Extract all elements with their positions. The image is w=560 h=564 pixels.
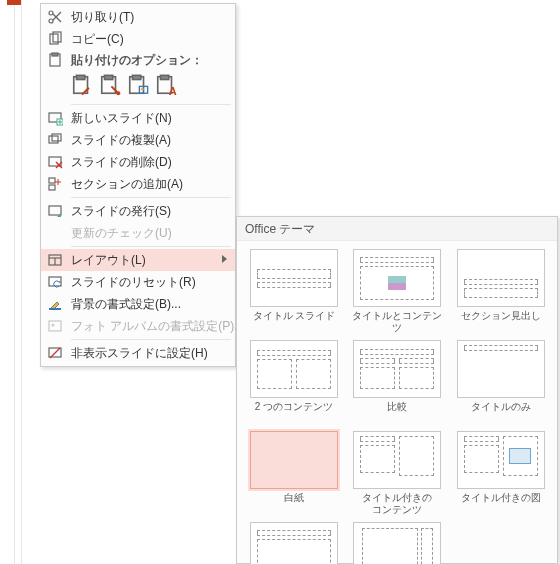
svg-rect-33 bbox=[49, 206, 61, 215]
layout-vertical-title-text[interactable]: 縦書きタイトルと… bbox=[348, 522, 446, 564]
menu-cut-label: 切り取り(T) bbox=[65, 9, 227, 26]
reset-icon bbox=[45, 272, 65, 292]
menu-paste-header: 貼り付けのオプション： bbox=[41, 50, 235, 70]
delete-slide-icon bbox=[45, 152, 65, 172]
svg-point-0 bbox=[49, 19, 53, 23]
paste-text-only[interactable]: A bbox=[155, 74, 177, 96]
svg-rect-11 bbox=[105, 75, 113, 79]
layout-title-slide[interactable]: タイトル スライド bbox=[245, 249, 343, 334]
separator bbox=[71, 246, 231, 247]
hide-slide-icon bbox=[45, 343, 65, 363]
section-icon bbox=[45, 174, 65, 194]
layout-content-caption[interactable]: タイトル付きの コンテンツ bbox=[348, 431, 446, 516]
layout-label: タイトルのみ bbox=[471, 401, 531, 425]
menu-hide-slide[interactable]: 非表示スライドに設定(H) bbox=[41, 342, 235, 364]
menu-hide-label: 非表示スライドに設定(H) bbox=[65, 345, 227, 362]
paste-options-row: A bbox=[41, 70, 235, 102]
paste-picture[interactable] bbox=[127, 74, 149, 96]
svg-rect-7 bbox=[52, 53, 58, 56]
svg-point-16 bbox=[141, 88, 144, 91]
layout-flyout: Office テーマ タイトル スライド タイトルとコンテンツ セクション見出し bbox=[236, 216, 558, 564]
separator bbox=[71, 104, 231, 105]
layout-section-header[interactable]: セクション見出し bbox=[452, 249, 550, 334]
layout-label: タイトル付きの図 bbox=[461, 492, 541, 516]
menu-photo-album: フォト アルバムの書式設定(P)... bbox=[41, 315, 235, 337]
menu-copy[interactable]: コピー(C) bbox=[41, 28, 235, 50]
paste-keep-source[interactable] bbox=[99, 74, 121, 96]
menu-bg-label: 背景の書式設定(B)... bbox=[65, 296, 227, 313]
paste-use-dest-theme[interactable] bbox=[71, 74, 93, 96]
layout-two-content[interactable]: 2 つのコンテンツ bbox=[245, 340, 343, 425]
svg-rect-39 bbox=[49, 321, 61, 331]
svg-rect-24 bbox=[49, 136, 58, 143]
menu-del-label: スライドの削除(D) bbox=[65, 154, 227, 171]
menu-copy-label: コピー(C) bbox=[65, 31, 227, 48]
publish-icon bbox=[45, 201, 65, 221]
photo-album-icon bbox=[45, 316, 65, 336]
separator bbox=[71, 339, 231, 340]
svg-rect-9 bbox=[77, 75, 85, 79]
new-slide-icon bbox=[45, 108, 65, 128]
menu-layout-label: レイアウト(L) bbox=[65, 252, 227, 269]
menu-layout[interactable]: レイアウト(L) bbox=[41, 249, 235, 271]
format-bg-icon bbox=[45, 294, 65, 314]
layout-title-content[interactable]: タイトルとコンテンツ bbox=[348, 249, 446, 334]
slide-panel-rail bbox=[14, 0, 22, 564]
menu-format-background[interactable]: 背景の書式設定(B)... bbox=[41, 293, 235, 315]
layout-label: 白紙 bbox=[284, 492, 304, 516]
layout-label: セクション見出し bbox=[461, 310, 541, 334]
flyout-title: Office テーマ bbox=[237, 217, 557, 241]
scissors-icon bbox=[45, 7, 65, 27]
menu-reset-label: スライドのリセット(R) bbox=[65, 274, 227, 291]
svg-rect-38 bbox=[49, 308, 61, 310]
blank-icon bbox=[45, 223, 65, 243]
menu-photo-label: フォト アルバムの書式設定(P)... bbox=[65, 318, 244, 335]
svg-rect-18 bbox=[161, 75, 169, 79]
layout-icon bbox=[45, 250, 65, 270]
svg-point-1 bbox=[49, 11, 53, 15]
layout-label: 2 つのコンテンツ bbox=[255, 401, 333, 425]
copy-icon bbox=[45, 29, 65, 49]
submenu-arrow-icon bbox=[222, 255, 227, 263]
menu-duplicate-slide[interactable]: スライドの複製(A) bbox=[41, 129, 235, 151]
layout-label: 比較 bbox=[387, 401, 407, 425]
menu-delete-slide[interactable]: スライドの削除(D) bbox=[41, 151, 235, 173]
layout-blank[interactable]: 白紙 bbox=[245, 431, 343, 516]
slide-context-menu: 切り取り(T) コピー(C) 貼り付けのオプション： A 新しいスライド(N) bbox=[40, 3, 236, 367]
menu-publish-label: スライドの発行(S) bbox=[65, 203, 227, 220]
menu-new-slide[interactable]: 新しいスライド(N) bbox=[41, 107, 235, 129]
separator bbox=[71, 197, 231, 198]
layout-title-only[interactable]: タイトルのみ bbox=[452, 340, 550, 425]
svg-text:A: A bbox=[169, 85, 177, 96]
menu-cut[interactable]: 切り取り(T) bbox=[41, 6, 235, 28]
layout-comparison[interactable]: 比較 bbox=[348, 340, 446, 425]
layout-label: タイトル スライド bbox=[253, 310, 336, 334]
clipboard-icon bbox=[45, 50, 65, 70]
menu-paste-header-label: 貼り付けのオプション： bbox=[65, 52, 227, 69]
menu-check-update: 更新のチェック(U) bbox=[41, 222, 235, 244]
layout-label: タイトルとコンテンツ bbox=[348, 310, 446, 334]
svg-point-40 bbox=[52, 324, 55, 327]
svg-rect-30 bbox=[49, 185, 55, 190]
layout-label: タイトル付きの コンテンツ bbox=[362, 492, 432, 516]
menu-publish-slide[interactable]: スライドの発行(S) bbox=[41, 200, 235, 222]
menu-update-label: 更新のチェック(U) bbox=[65, 225, 227, 242]
menu-dup-label: スライドの複製(A) bbox=[65, 132, 227, 149]
menu-reset-slide[interactable]: スライドのリセット(R) bbox=[41, 271, 235, 293]
layout-vertical-text[interactable]: タイトルと… bbox=[245, 522, 343, 564]
svg-rect-25 bbox=[52, 134, 61, 141]
layout-picture-caption[interactable]: タイトル付きの図 bbox=[452, 431, 550, 516]
menu-section-label: セクションの追加(A) bbox=[65, 176, 227, 193]
layout-grid: タイトル スライド タイトルとコンテンツ セクション見出し 2 つのコンテンツ bbox=[237, 241, 557, 564]
svg-rect-29 bbox=[49, 178, 55, 183]
current-slide-marker bbox=[7, 0, 21, 5]
svg-point-12 bbox=[116, 91, 120, 95]
menu-new-slide-label: 新しいスライド(N) bbox=[65, 110, 227, 127]
svg-rect-14 bbox=[133, 75, 141, 79]
menu-add-section[interactable]: セクションの追加(A) bbox=[41, 173, 235, 195]
duplicate-icon bbox=[45, 130, 65, 150]
